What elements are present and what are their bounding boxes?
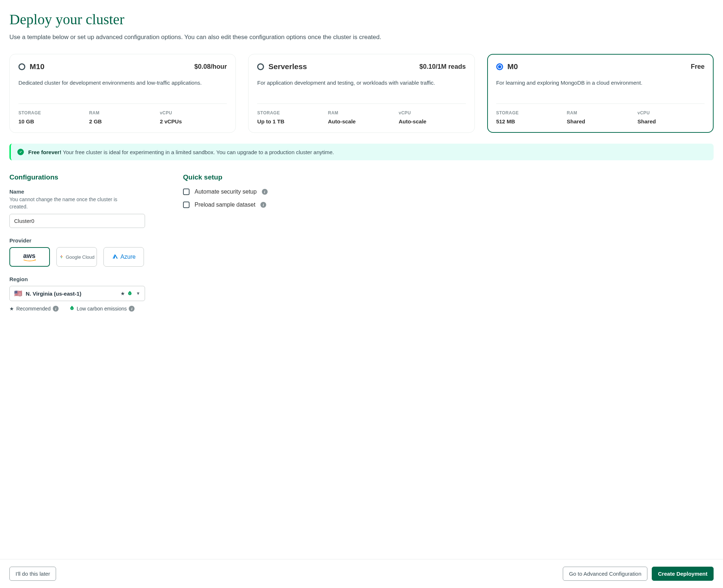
- radio-icon: [257, 63, 264, 70]
- option-label: Preload sample dataset: [195, 202, 255, 208]
- aws-logo-icon: aws: [23, 252, 36, 262]
- google-cloud-icon: [59, 254, 64, 259]
- spec-label: RAM: [328, 110, 395, 115]
- provider-gcp[interactable]: Google Cloud: [56, 247, 97, 267]
- option-label: Automate security setup: [195, 189, 257, 195]
- region-select[interactable]: 🇺🇸 N. Virginia (us-east-1) ★ ▼: [9, 286, 145, 301]
- option-automate-security[interactable]: Automate security setup i: [183, 189, 714, 195]
- page-title: Deploy your cluster: [9, 11, 714, 28]
- leaf-icon: [69, 305, 75, 312]
- leaf-icon: [127, 291, 132, 297]
- spec-value: Auto-scale: [328, 118, 395, 124]
- tier-price: $0.10/1M reads: [420, 63, 466, 71]
- spec-label: vCPU: [638, 110, 705, 115]
- tier-name: M0: [507, 62, 518, 71]
- spec-value: 2 GB: [89, 118, 156, 124]
- tier-price: Free: [691, 63, 705, 71]
- checkbox-icon[interactable]: [183, 202, 190, 208]
- info-icon[interactable]: i: [260, 202, 266, 208]
- section-title: Configurations: [9, 173, 154, 181]
- banner-text: Your free cluster is ideal for experimen…: [63, 149, 334, 155]
- region-value: N. Virginia (us-east-1): [26, 291, 117, 297]
- spec-value: Shared: [567, 118, 634, 124]
- spec-value: 2 vCPUs: [160, 118, 227, 124]
- legend-low-carbon: Low carbon emissions: [77, 306, 127, 312]
- provider-label-text: Azure: [120, 254, 136, 260]
- checkbox-icon[interactable]: [183, 189, 190, 195]
- chevron-down-icon: ▼: [136, 291, 140, 296]
- spec-label: STORAGE: [18, 110, 85, 115]
- section-title: Quick setup: [183, 173, 714, 181]
- tier-m10[interactable]: M10 $0.08/hour Dedicated cluster for dev…: [9, 54, 236, 133]
- tier-name: M10: [30, 62, 44, 71]
- spec-value: Auto-scale: [399, 118, 465, 124]
- legend-recommended: Recommended: [16, 306, 51, 312]
- spec-label: RAM: [567, 110, 634, 115]
- spec-label: STORAGE: [496, 110, 563, 115]
- info-icon[interactable]: i: [262, 189, 268, 195]
- tier-description: For application development and testing,…: [257, 79, 465, 96]
- quick-setup-section: Quick setup Automate security setup i Pr…: [183, 173, 714, 312]
- tier-options: M10 $0.08/hour Dedicated cluster for dev…: [9, 54, 714, 133]
- info-icon[interactable]: i: [129, 306, 135, 312]
- provider-options: aws Google Cloud Azure: [9, 247, 154, 267]
- star-icon: ★: [9, 306, 14, 312]
- star-icon: ★: [120, 291, 125, 296]
- provider-aws[interactable]: aws: [9, 247, 50, 267]
- provider-label-text: Google Cloud: [66, 254, 95, 260]
- page-subtitle: Use a template below or set up advanced …: [9, 34, 714, 41]
- option-preload-sample[interactable]: Preload sample dataset i: [183, 202, 714, 208]
- radio-icon: [18, 63, 25, 70]
- tier-name: Serverless: [268, 62, 307, 71]
- banner-strong: Free forever!: [28, 149, 61, 155]
- region-legend: ★ Recommended i Low carbon emissions i: [9, 305, 154, 312]
- tier-m0[interactable]: M0 Free For learning and exploring Mongo…: [487, 54, 714, 133]
- spec-value: Up to 1 TB: [257, 118, 324, 124]
- provider-azure[interactable]: Azure: [103, 247, 144, 267]
- us-flag-icon: 🇺🇸: [14, 289, 22, 297]
- name-label: Name: [9, 189, 154, 195]
- tier-serverless[interactable]: Serverless $0.10/1M reads For applicatio…: [248, 54, 475, 133]
- spec-value: 512 MB: [496, 118, 563, 124]
- configurations-section: Configurations Name You cannot change th…: [9, 173, 154, 312]
- spec-value: 10 GB: [18, 118, 85, 124]
- name-help: You cannot change the name once the clus…: [9, 196, 132, 210]
- tier-description: Dedicated cluster for development enviro…: [18, 79, 227, 96]
- region-label: Region: [9, 276, 154, 282]
- spec-label: STORAGE: [257, 110, 324, 115]
- check-circle-icon: [17, 149, 24, 155]
- provider-label: Provider: [9, 237, 154, 244]
- spec-label: vCPU: [399, 110, 465, 115]
- radio-icon-checked: [496, 63, 503, 70]
- tier-price: $0.08/hour: [194, 63, 227, 71]
- spec-label: RAM: [89, 110, 156, 115]
- azure-icon: [112, 254, 118, 260]
- tier-description: For learning and exploring MongoDB in a …: [496, 79, 705, 96]
- spec-label: vCPU: [160, 110, 227, 115]
- free-banner: Free forever! Your free cluster is ideal…: [9, 144, 714, 160]
- cluster-name-input[interactable]: [9, 214, 145, 228]
- spec-value: Shared: [638, 118, 705, 124]
- info-icon[interactable]: i: [53, 306, 59, 312]
